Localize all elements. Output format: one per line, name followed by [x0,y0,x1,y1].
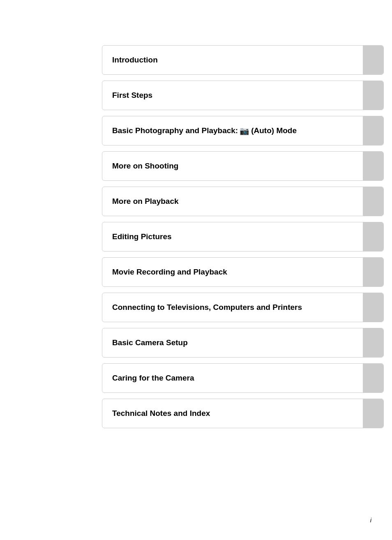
toc-item-technical[interactable]: Technical Notes and Index [102,399,384,428]
toc-label-basic-setup: Basic Camera Setup [102,328,363,357]
toc-item-movie[interactable]: Movie Recording and Playback [102,257,384,287]
toc-tab-more-playback [363,187,383,216]
toc-label-basic-photography: Basic Photography and Playback: 📷 (Auto)… [102,116,363,145]
page-container: Introduction First Steps Basic Photograp… [0,0,392,540]
toc-label-more-playback: More on Playback [102,187,363,216]
toc-label-connecting: Connecting to Televisions, Computers and… [102,293,363,322]
toc-label-caring: Caring for the Camera [102,364,363,392]
toc-text-introduction: Introduction [112,55,158,65]
toc-label-first-steps: First Steps [102,81,363,110]
toc-list: Introduction First Steps Basic Photograp… [102,45,384,434]
toc-text-first-steps: First Steps [112,91,152,100]
toc-text-basic-photography-suffix: (Auto) Mode [251,126,297,135]
toc-item-basic-setup[interactable]: Basic Camera Setup [102,328,384,358]
toc-text-basic-setup: Basic Camera Setup [112,338,188,347]
toc-tab-more-shooting [363,152,383,180]
toc-text-basic-photography: Basic Photography and Playback: [112,126,238,135]
toc-tab-movie [363,258,383,286]
toc-tab-connecting [363,293,383,322]
toc-text-caring: Caring for the Camera [112,374,194,383]
toc-label-introduction: Introduction [102,46,363,74]
toc-text-connecting: Connecting to Televisions, Computers and… [112,303,302,312]
toc-item-editing[interactable]: Editing Pictures [102,222,384,252]
toc-tab-first-steps [363,81,383,110]
toc-text-movie: Movie Recording and Playback [112,268,227,277]
toc-text-editing: Editing Pictures [112,232,172,241]
toc-label-technical: Technical Notes and Index [102,399,363,428]
toc-tab-basic-photography [363,116,383,145]
toc-item-caring[interactable]: Caring for the Camera [102,363,384,393]
toc-label-more-shooting: More on Shooting [102,152,363,180]
camera-icon: 📷 [240,126,249,136]
toc-item-more-shooting[interactable]: More on Shooting [102,151,384,181]
toc-item-introduction[interactable]: Introduction [102,45,384,75]
toc-tab-editing [363,222,383,251]
toc-tab-technical [363,399,383,428]
toc-item-basic-photography[interactable]: Basic Photography and Playback: 📷 (Auto)… [102,116,384,145]
toc-tab-caring [363,364,383,392]
toc-tab-introduction [363,46,383,74]
toc-item-more-playback[interactable]: More on Playback [102,187,384,216]
toc-item-connecting[interactable]: Connecting to Televisions, Computers and… [102,293,384,322]
toc-tab-basic-setup [363,328,383,357]
page-number: i [370,517,371,524]
toc-item-first-steps[interactable]: First Steps [102,81,384,110]
toc-label-movie: Movie Recording and Playback [102,258,363,286]
toc-text-more-shooting: More on Shooting [112,162,178,171]
toc-label-editing: Editing Pictures [102,222,363,251]
toc-text-more-playback: More on Playback [112,197,179,206]
toc-text-technical: Technical Notes and Index [112,409,210,418]
